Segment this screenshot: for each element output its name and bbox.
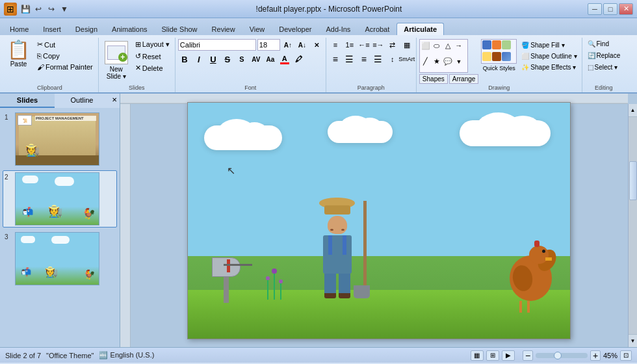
shapes-palette[interactable]: ⬜ ⬭ △ → ╱ ★ 💬 ▼ bbox=[419, 39, 468, 73]
align-center-btn[interactable]: ☰ bbox=[343, 53, 356, 65]
office-button[interactable]: ⊞ bbox=[4, 3, 17, 16]
shape-fill-btn[interactable]: 🪣 Shape Fill ▾ bbox=[519, 40, 578, 50]
qs-5[interactable] bbox=[492, 52, 501, 61]
spacing-btn[interactable]: AV bbox=[250, 53, 263, 65]
vscroll[interactable]: ▲ ▼ bbox=[628, 104, 637, 347]
canvas-area[interactable]: ↖ ▲ ▼ bbox=[120, 94, 637, 347]
redo-btn[interactable]: ↪ bbox=[46, 3, 57, 15]
zoom-thumb[interactable] bbox=[554, 352, 562, 359]
scroll-thumb[interactable] bbox=[629, 161, 637, 200]
bullets-btn[interactable]: ≡ bbox=[329, 39, 342, 51]
minimize-btn[interactable]: ─ bbox=[588, 3, 602, 15]
zoom-in-btn[interactable]: + bbox=[590, 350, 601, 361]
font-name-input[interactable] bbox=[178, 39, 256, 51]
qs-4[interactable] bbox=[482, 52, 491, 61]
italic-btn[interactable]: I bbox=[192, 53, 205, 65]
shape-outline-btn[interactable]: ⬜ Shape Outline ▾ bbox=[519, 51, 578, 61]
underline-btn[interactable]: U bbox=[207, 53, 220, 65]
qs-2[interactable] bbox=[492, 40, 501, 49]
shape-callout[interactable]: 💬 bbox=[443, 57, 453, 67]
delete-button[interactable]: ✕ Delete bbox=[133, 62, 172, 73]
tab-animations[interactable]: Animations bbox=[105, 23, 154, 35]
cut-button[interactable]: ✂ Cut bbox=[34, 39, 96, 50]
sidebar-tab-outline[interactable]: Outline bbox=[55, 94, 109, 108]
tab-home[interactable]: Home bbox=[3, 23, 36, 35]
copy-button[interactable]: ⎘ Copy bbox=[34, 51, 96, 61]
decrease-font-btn[interactable]: A↓ bbox=[296, 39, 309, 51]
indent-increase-btn[interactable]: ≡→ bbox=[372, 39, 385, 51]
scroll-track[interactable] bbox=[629, 117, 637, 334]
bold-btn[interactable]: B bbox=[178, 53, 191, 65]
columns-btn[interactable]: ▦ bbox=[400, 39, 413, 51]
numbering-btn[interactable]: 1≡ bbox=[343, 39, 356, 51]
font-size-input[interactable] bbox=[257, 39, 280, 51]
slideshow-btn[interactable]: ▶ bbox=[502, 350, 515, 361]
rtl-btn[interactable]: ⇄ bbox=[386, 39, 399, 51]
shadow-btn[interactable]: S bbox=[235, 53, 248, 65]
slide-canvas[interactable]: ↖ bbox=[187, 102, 571, 339]
line-spacing-btn[interactable]: ↕ bbox=[386, 53, 399, 65]
shape-effects-btn[interactable]: ✨ Shape Effects ▾ bbox=[519, 62, 578, 72]
layout-button[interactable]: ⊞ Layout ▾ bbox=[133, 39, 172, 50]
paste-button[interactable]: 📋 Paste bbox=[4, 39, 33, 70]
tab-developer[interactable]: Developer bbox=[272, 23, 318, 35]
qs-3[interactable] bbox=[502, 40, 511, 49]
normal-view-btn[interactable]: ▦ bbox=[471, 350, 484, 361]
scroll-down-btn[interactable]: ▼ bbox=[629, 334, 637, 347]
tab-insert[interactable]: Insert bbox=[36, 23, 68, 35]
tab-view[interactable]: View bbox=[242, 23, 272, 35]
indent-decrease-btn[interactable]: ←≡ bbox=[358, 39, 370, 51]
clear-format-btn[interactable]: ✕ bbox=[310, 39, 323, 51]
fit-slide-btn[interactable]: ⊡ bbox=[620, 350, 632, 361]
slide-sorter-btn[interactable]: ⊞ bbox=[486, 350, 499, 361]
new-slide-button[interactable]: + NewSlide ▾ bbox=[101, 39, 131, 82]
highlight-btn[interactable]: 🖍 bbox=[292, 53, 306, 65]
tab-slideshow[interactable]: Slide Show bbox=[155, 23, 205, 35]
tab-acrobat[interactable]: Acrobat bbox=[358, 23, 396, 35]
format-painter-button[interactable]: 🖌 Format Painter bbox=[34, 62, 96, 72]
select-button[interactable]: ⬚ Select ▾ bbox=[585, 62, 621, 72]
save-quick-btn[interactable]: 💾 bbox=[20, 3, 31, 15]
align-right-btn[interactable]: ≡ bbox=[358, 53, 370, 65]
tab-review[interactable]: Review bbox=[205, 23, 242, 35]
quick-styles-label[interactable]: Quick Styles bbox=[481, 65, 517, 72]
shapes-button[interactable]: Shapes bbox=[419, 74, 448, 84]
zoom-level: 45% bbox=[603, 352, 618, 359]
font-color-btn[interactable]: A bbox=[278, 53, 291, 65]
shape-star[interactable]: ★ bbox=[432, 57, 442, 67]
sidebar-close-btn[interactable]: ✕ bbox=[109, 94, 120, 108]
shape-oval[interactable]: ⬭ bbox=[432, 40, 442, 51]
convert-smartart-btn[interactable]: SmArt bbox=[400, 53, 413, 65]
shape-more[interactable]: ▼ bbox=[454, 57, 464, 67]
find-button[interactable]: 🔍 Find bbox=[585, 39, 612, 49]
increase-font-btn[interactable]: A↑ bbox=[281, 39, 294, 51]
maximize-btn[interactable]: □ bbox=[603, 3, 618, 15]
reset-button[interactable]: ↺ Reset bbox=[133, 51, 172, 62]
close-btn[interactable]: ✕ bbox=[619, 3, 633, 15]
replace-button[interactable]: 🔄 Replace bbox=[585, 51, 623, 60]
strikethrough-btn[interactable]: S bbox=[221, 53, 234, 65]
change-case-btn[interactable]: Aa bbox=[264, 53, 277, 65]
justify-btn[interactable]: ☰ bbox=[372, 53, 385, 65]
quick-styles-palette[interactable] bbox=[481, 39, 517, 64]
scroll-up-btn[interactable]: ▲ bbox=[629, 104, 637, 117]
qs-1[interactable] bbox=[482, 40, 491, 49]
zoom-slider[interactable] bbox=[536, 353, 588, 358]
slide-thumb-1[interactable]: 1 📜 PROJECT MANAGEMENT 🧑‍🌾 bbox=[3, 110, 117, 168]
shape-arrow[interactable]: → bbox=[454, 40, 464, 51]
qs-6[interactable] bbox=[502, 52, 511, 61]
shape-triangle[interactable]: △ bbox=[443, 40, 453, 51]
tab-articulate[interactable]: Articulate bbox=[396, 23, 444, 35]
tab-addins[interactable]: Add-Ins bbox=[318, 23, 358, 35]
sidebar-tab-slides[interactable]: Slides bbox=[0, 94, 55, 108]
zoom-out-btn[interactable]: − bbox=[523, 350, 533, 361]
tab-design[interactable]: Design bbox=[68, 23, 105, 35]
shape-line[interactable]: ╱ bbox=[421, 57, 431, 67]
arrange-button[interactable]: Arrange bbox=[449, 74, 479, 84]
align-left-btn[interactable]: ≡ bbox=[329, 53, 342, 65]
slide-thumb-2[interactable]: 2 📬 🧑‍🌾 🐓 bbox=[3, 170, 117, 228]
undo-btn[interactable]: ↩ bbox=[32, 3, 44, 15]
slide-thumb-3[interactable]: 3 📬 🧑‍🌾 🐓 bbox=[3, 230, 117, 287]
customize-qa-btn[interactable]: ▼ bbox=[58, 3, 70, 15]
shape-rect[interactable]: ⬜ bbox=[421, 40, 431, 51]
